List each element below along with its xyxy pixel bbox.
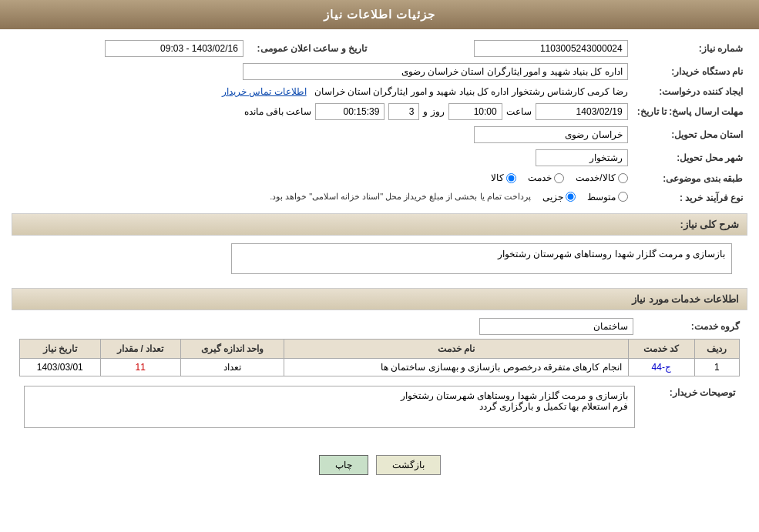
sharh-text: بازسازی و مرمت گلزار شهدا روستاهای شهرست… [498, 249, 725, 259]
ijad-row: ایجاد کننده درخواست: رضا کرمی کارشناس رش… [12, 83, 747, 100]
group-khedmat-row: گروه خدمت: ساختمان [19, 318, 740, 335]
back-button[interactable]: بازگشت [376, 455, 441, 475]
radio-jozii: جزیی [542, 192, 576, 202]
ostan-label: استان محل تحویل: [633, 123, 747, 146]
radio-motevaset: متوسط [587, 192, 628, 202]
shomara-input: 1103005243000024 [474, 40, 628, 57]
group-khedmat-label: گروه خدمت: [640, 321, 740, 332]
radio-kala-label: کالا [491, 172, 504, 183]
radio-motevaset-input[interactable] [618, 192, 628, 202]
button-row: بازگشت چاپ [12, 443, 747, 487]
mohlet-roz-input: 3 [388, 103, 419, 120]
shahr-input: رشتخوار [536, 149, 628, 166]
tabaqe-label: طبقه بندی موضوعی: [633, 169, 747, 189]
radio-kala-khedmat-input[interactable] [618, 173, 628, 183]
radio-motevaset-label: متوسط [587, 192, 616, 202]
mohlet-date-input: 1403/02/19 [536, 103, 628, 120]
tosihaat-label: توصیحات خریدار: [640, 383, 740, 433]
shomara-row: شماره نیاز: 1103005243000024 تاریخ و ساع… [12, 37, 747, 60]
radio-kala: کالا [491, 172, 516, 183]
shomara-value: 1103005243000024 [371, 37, 633, 60]
page-title: جزئیات اطلاعات نیاز [324, 8, 435, 21]
radio-kala-input[interactable] [506, 173, 516, 183]
ijad-link[interactable]: اطلاعات تماس خریدار [222, 86, 307, 97]
radio-kala-khedmat: کالا/خدمت [576, 172, 627, 183]
tarikh-label: تاریخ و ساعت اعلان عمومی: [248, 37, 371, 60]
page-wrapper: جزئیات اطلاعات نیاز شماره نیاز: 11030052… [0, 0, 759, 532]
table-row: 1 ج-44 انجام کارهای متفرقه درخصوص بازساز… [20, 359, 740, 376]
dastgah-row: نام دستگاه خریدار: اداره کل بنیاد شهید و… [12, 60, 747, 83]
th-kod: کد خدمت [628, 340, 694, 359]
navie-radio-group: متوسط جزیی پرداخت تمام یا بخشی از مبلغ خ… [270, 192, 628, 202]
sharh-section-title: شرح کلی نیاز: [12, 213, 747, 236]
shomara-label: شماره نیاز: [633, 37, 747, 60]
tosihaat-row: توصیحات خریدار: [19, 383, 740, 433]
cell-nam: انجام کارهای متفرقه درخصوص بازسازی و بهس… [284, 359, 628, 376]
sharh-description-box: بازسازی و مرمت گلزار شهدا روستاهای شهرست… [231, 243, 732, 274]
cell-vahed: تعداد [180, 359, 284, 376]
th-nam: نام خدمت [284, 340, 628, 359]
tosihaat-value [19, 383, 640, 433]
services-thead: ردیف کد خدمت نام خدمت واحد اندازه گیری ت… [20, 340, 740, 359]
group-khedmat-input: ساختمان [479, 318, 633, 335]
navie-desc: پرداخت تمام یا بخشی از مبلغ خریداز محل "… [270, 192, 531, 202]
ijad-label: ایجاد کننده درخواست: [633, 83, 747, 100]
radio-khedmat-label: خدمت [528, 172, 552, 183]
cell-kod: ج-44 [628, 359, 694, 376]
th-vahed: واحد اندازه گیری [180, 340, 284, 359]
th-tedad: تعداد / مقدار [100, 340, 180, 359]
page-header: جزئیات اطلاعات نیاز [0, 0, 759, 29]
dastgah-label: نام دستگاه خریدار: [633, 60, 747, 83]
cell-radif: 1 [694, 359, 739, 376]
navie-label: نوع فرآیند خرید : [633, 189, 747, 208]
navie-row: نوع فرآیند خرید : متوسط جزیی پرداخت تمام… [12, 189, 747, 208]
ijad-value: رضا کرمی کارشناس رشتخوار اداره کل بنیاد … [12, 83, 633, 100]
shahr-value: رشتخوار [12, 146, 633, 169]
saat-label: ساعت [506, 106, 532, 117]
cell-tarikh: 1403/03/01 [20, 359, 101, 376]
mohlet-time-input: 10:00 [448, 103, 502, 120]
roz-label: روز و [423, 106, 444, 117]
mohlet-date-row: 1403/02/19 ساعت 10:00 روز و 3 00:15:39 س… [16, 103, 628, 120]
shahr-label: شهر محل تحویل: [633, 146, 747, 169]
tosihaat-table: توصیحات خریدار: [19, 383, 740, 433]
th-tarikh: تاریخ نیاز [20, 340, 101, 359]
tabaqe-radio-group: کالا/خدمت خدمت کالا [491, 172, 627, 183]
tabaqe-radios: کالا/خدمت خدمت کالا [12, 169, 633, 189]
mohlet-row: مهلت ارسال پاسخ: تا تاریخ: 1403/02/19 سا… [12, 100, 747, 123]
services-tbody: 1 ج-44 انجام کارهای متفرقه درخصوص بازساز… [20, 359, 740, 376]
baqi-label: ساعت باقی مانده [244, 106, 312, 117]
services-header-row: ردیف کد خدمت نام خدمت واحد اندازه گیری ت… [20, 340, 740, 359]
tosihaat-textarea[interactable] [24, 386, 635, 428]
tarikh-input: 1403/02/16 - 09:03 [105, 40, 243, 57]
ostan-row: استان محل تحویل: خراسان رضوی [12, 123, 747, 146]
khadamat-section-title: اطلاعات خدمات مورد نیاز [12, 288, 747, 310]
main-info-table: شماره نیاز: 1103005243000024 تاریخ و ساع… [12, 37, 747, 207]
mohlet-values: 1403/02/19 ساعت 10:00 روز و 3 00:15:39 س… [12, 100, 633, 123]
ostan-value: خراسان رضوی [12, 123, 633, 146]
mohlet-baqi-input: 00:15:39 [315, 103, 385, 120]
services-table: ردیف کد خدمت نام خدمت واحد اندازه گیری ت… [19, 339, 740, 376]
radio-khedmat: خدمت [528, 172, 564, 183]
th-radif: ردیف [694, 340, 739, 359]
tarikh-value: 1403/02/16 - 09:03 [12, 37, 248, 60]
navie-values: متوسط جزیی پرداخت تمام یا بخشی از مبلغ خ… [12, 189, 633, 208]
radio-khedmat-input[interactable] [554, 173, 564, 183]
print-button[interactable]: چاپ [319, 455, 368, 475]
content-area: شماره نیاز: 1103005243000024 تاریخ و ساع… [0, 29, 759, 494]
dastgah-input: اداره کل بنیاد شهید و امور ایثارگران است… [243, 63, 628, 80]
dastgah-value: اداره کل بنیاد شهید و امور ایثارگران است… [12, 60, 633, 83]
shahr-row: شهر محل تحویل: رشتخوار [12, 146, 747, 169]
sharh-content: بازسازی و مرمت گلزار شهدا روستاهای شهرست… [12, 239, 747, 282]
radio-jozii-label: جزیی [542, 192, 563, 202]
ostan-input: خراسان رضوی [474, 126, 628, 143]
ijad-text: رضا کرمی کارشناس رشتخوار اداره کل بنیاد … [314, 86, 628, 97]
radio-jozii-input[interactable] [566, 192, 576, 202]
mohlet-label: مهلت ارسال پاسخ: تا تاریخ: [633, 100, 747, 123]
khadamat-content: گروه خدمت: ساختمان ردیف کد خدمت نام خدمت… [12, 314, 747, 443]
radio-kala-khedmat-label: کالا/خدمت [576, 172, 615, 183]
tabaqe-row: طبقه بندی موضوعی: کالا/خدمت خدمت [12, 169, 747, 189]
cell-tedad: 11 [100, 359, 180, 376]
